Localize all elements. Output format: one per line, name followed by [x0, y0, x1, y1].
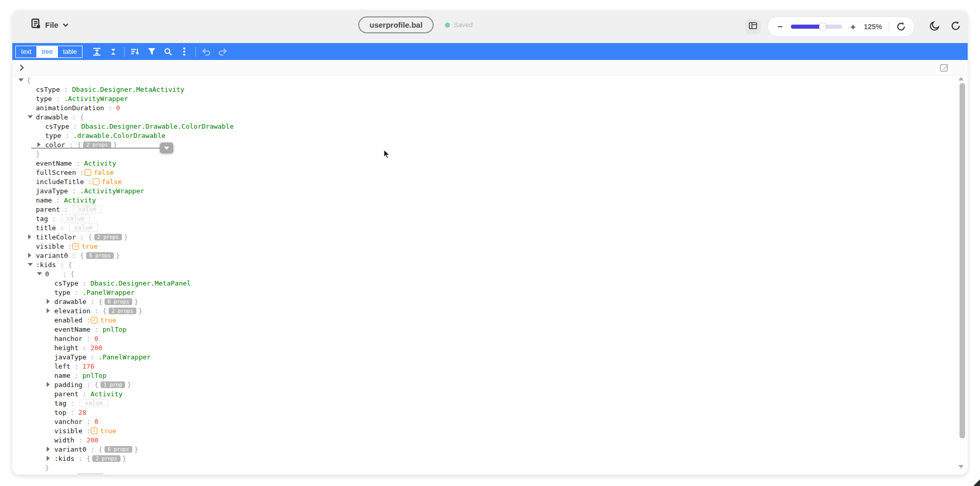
tree-key[interactable]: title [36, 224, 56, 232]
zoom-reset-button[interactable] [896, 22, 906, 32]
tree-key[interactable]: :kids [36, 261, 56, 269]
tree-key[interactable]: parent [36, 206, 60, 213]
tree-value[interactable]: .PanelWrapper [98, 353, 151, 361]
tree-key[interactable]: eventName [54, 326, 90, 333]
tree-value[interactable]: 0 [94, 335, 98, 342]
zoom-slider-thumb[interactable] [819, 23, 826, 30]
filename-pill[interactable]: userprofile.bal [358, 16, 434, 33]
tree-key[interactable]: drawable [36, 113, 68, 121]
scrollbar-down-arrow[interactable] [958, 465, 964, 469]
tree-value[interactable]: false [94, 169, 114, 176]
tree-key[interactable]: drawable [54, 298, 87, 306]
tree-key[interactable]: tag [36, 215, 48, 222]
tree-value[interactable]: .ActivityWrapper [64, 95, 128, 103]
tree-key[interactable]: 1 [45, 473, 58, 475]
tree-value[interactable]: Dbasic.Designer.Drawable.ColorDrawable [81, 123, 233, 130]
zoom-out-button[interactable]: − [776, 23, 784, 31]
tree-key[interactable]: elevation [54, 307, 90, 315]
props-count-badge[interactable]: 2 props [76, 474, 104, 475]
tree-key[interactable]: tag [54, 399, 66, 407]
tree-key[interactable]: width [54, 436, 74, 444]
tree-key[interactable]: visible [54, 427, 83, 435]
section-expand-handle[interactable] [160, 143, 173, 153]
redo-button[interactable] [215, 45, 231, 58]
tree-key[interactable]: top [54, 409, 66, 416]
mode-text-button[interactable]: text [16, 46, 36, 57]
expand-toggle-icon[interactable] [37, 142, 40, 147]
tree-value[interactable]: Activity [90, 390, 122, 398]
tree-key[interactable]: javaType [54, 353, 87, 361]
tree-key[interactable]: csType [36, 86, 60, 93]
tree-value[interactable]: Dbasic.Designer.MetaActivity [72, 86, 184, 93]
props-count-badge[interactable]: 2 props [83, 141, 111, 148]
tree-key[interactable]: titleColor [36, 233, 76, 241]
tree-key[interactable]: javaType [36, 187, 68, 195]
props-count-badge[interactable]: 6 props [86, 252, 114, 259]
scrollbar-thumb[interactable] [959, 83, 965, 438]
tree-key[interactable]: left [54, 362, 70, 370]
collapse-toggle-icon[interactable] [28, 115, 33, 118]
edit-icon[interactable] [940, 63, 949, 74]
tree-key[interactable]: name [54, 372, 70, 379]
tree-value[interactable]: .drawable.ColorDrawable [73, 132, 166, 139]
collapse-toggle-icon[interactable] [18, 78, 24, 82]
tree-value[interactable]: 176 [83, 362, 94, 370]
tree-key[interactable]: includeTitle [36, 178, 84, 186]
sort-button[interactable] [127, 45, 144, 58]
expand-all-button[interactable] [89, 45, 105, 58]
props-count-badge[interactable]: 1 prop [100, 381, 125, 388]
tree-value[interactable]: 200 [90, 344, 102, 352]
tree-value[interactable]: .PanelWrapper [83, 289, 135, 296]
empty-value-placeholder[interactable]: value [73, 205, 101, 213]
empty-value-placeholder[interactable]: value [61, 214, 90, 222]
file-menu-button[interactable]: File [31, 18, 69, 31]
refresh-button[interactable] [950, 21, 961, 33]
tree-key[interactable]: type [45, 132, 61, 139]
tree-key[interactable]: parent [54, 390, 78, 398]
tree-value[interactable]: .ActivityWrapper [80, 187, 144, 195]
tree-value[interactable]: true [100, 427, 116, 435]
scrollbar-up-arrow[interactable] [958, 77, 964, 80]
tree-value[interactable]: pnlTop [83, 372, 107, 379]
dark-mode-button[interactable] [929, 21, 940, 33]
tree-key[interactable]: fullScreen [36, 169, 76, 176]
collapse-all-button[interactable] [105, 45, 121, 58]
tree-key[interactable]: csType [54, 279, 78, 287]
tree-value[interactable]: 28 [78, 409, 87, 416]
mode-table-button[interactable]: table [58, 46, 82, 57]
tree-key[interactable]: padding [54, 381, 83, 389]
tree-key[interactable]: vanchor [54, 418, 83, 426]
empty-value-placeholder[interactable]: value [69, 224, 98, 232]
expand-toggle-icon[interactable] [28, 234, 31, 239]
tree-key[interactable]: enabled [54, 316, 83, 324]
props-count-badge[interactable]: 2 props [92, 455, 120, 462]
checkbox-checked-icon[interactable]: ✓ [72, 243, 79, 250]
expand-toggle-icon[interactable] [47, 447, 50, 452]
tree-value[interactable]: 0 [94, 418, 98, 426]
tree-value[interactable]: Activity [84, 159, 116, 167]
tree-key[interactable]: name [36, 196, 52, 204]
tree-value[interactable]: Activity [64, 196, 96, 204]
checkbox-unchecked-icon[interactable] [93, 178, 99, 185]
zoom-in-button[interactable]: + [849, 23, 857, 31]
tree-value[interactable]: 0 [116, 104, 120, 112]
tree-key[interactable]: height [54, 344, 78, 352]
collapse-toggle-icon[interactable] [37, 272, 42, 275]
tree-value[interactable]: false [102, 178, 122, 186]
expand-toggle-icon[interactable] [47, 456, 50, 461]
tree-key[interactable]: visible [36, 242, 64, 250]
filter-button[interactable] [144, 45, 160, 58]
tree-value[interactable]: true [81, 242, 97, 250]
tree-key[interactable]: eventName [36, 159, 72, 167]
tree-key[interactable]: type [36, 95, 52, 103]
tree-key[interactable]: type [54, 289, 70, 296]
tree-key[interactable]: animationDuration [36, 104, 104, 112]
tree-key[interactable]: variant0 [36, 252, 68, 259]
zoom-slider[interactable] [791, 25, 842, 29]
undo-button[interactable] [198, 45, 215, 58]
props-count-badge[interactable]: 6 props [105, 298, 132, 305]
props-count-badge[interactable]: 2 props [94, 234, 122, 240]
expand-toggle-icon[interactable] [47, 299, 50, 304]
empty-value-placeholder[interactable]: value [79, 399, 108, 407]
tree-key[interactable]: hanchor [54, 335, 83, 342]
